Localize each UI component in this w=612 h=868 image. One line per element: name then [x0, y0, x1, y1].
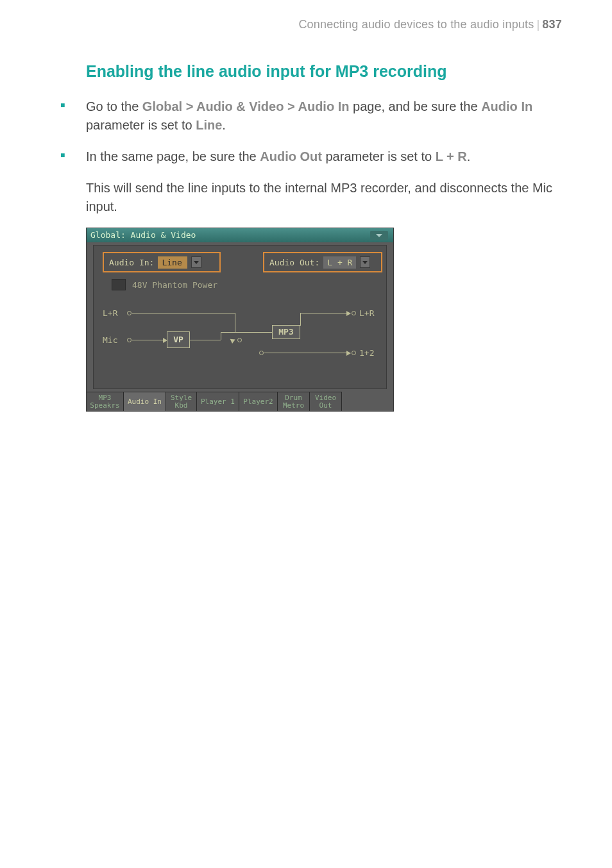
tab-label: Drum — [285, 394, 302, 402]
kw-lr: L + R — [436, 149, 467, 163]
arrowhead-icon — [230, 337, 237, 344]
text: In the same page, be sure the — [86, 149, 260, 163]
wire — [235, 313, 235, 332]
header-section: Connecting audio devices to the audio in… — [298, 18, 534, 31]
routing-diagram: L+R Mic VP MP3 — [103, 305, 377, 382]
tab-label: Style — [171, 394, 192, 402]
tab-sublabel: Speakrs — [90, 402, 119, 410]
tab-sublabel: Metro — [283, 402, 304, 410]
src-label-lplusr: L+R — [103, 308, 117, 318]
kw-path: Global > Audio & Video > Audio In — [142, 99, 350, 113]
port-icon — [259, 351, 264, 355]
page-number: 837 — [542, 18, 562, 31]
device-tab[interactable]: MP3Speakrs — [87, 392, 124, 411]
tab-label: Player2 — [243, 398, 273, 406]
tab-sublabel: Out — [319, 402, 332, 410]
audio-in-value[interactable]: Line — [158, 256, 187, 269]
device-tab[interactable]: StyleKbd — [166, 392, 197, 411]
port-icon — [237, 338, 242, 342]
device-tab[interactable]: Audio In — [124, 392, 166, 411]
text: Go to the — [86, 99, 142, 113]
instruction-item-2: In the same page, be sure the Audio Out … — [50, 147, 562, 166]
tab-sublabel: Kbd — [175, 402, 188, 410]
arrowhead-icon — [346, 311, 351, 316]
device-titlebar: Global: Audio & Video — [87, 228, 393, 242]
titlebar-menu-icon[interactable] — [370, 231, 388, 240]
tab-label: Audio In — [128, 398, 162, 406]
device-tabs: MP3SpeakrsAudio InStyleKbdPlayer 1Player… — [87, 392, 393, 411]
kw-audio-in: Audio In — [481, 99, 532, 113]
device-title: Global: Audio & Video — [90, 230, 196, 240]
mp3-box: MP3 — [272, 325, 300, 339]
text: . — [222, 118, 226, 132]
header-sep: | — [534, 18, 542, 31]
wire — [221, 332, 221, 340]
vp-box: VP — [167, 331, 190, 348]
src-label-mic: Mic — [103, 335, 117, 345]
port-icon — [127, 311, 132, 315]
wire — [132, 340, 163, 340]
audio-out-dropdown-icon[interactable] — [360, 256, 370, 268]
audio-in-label: Audio In: — [109, 258, 154, 267]
kw-audio-out: Audio Out — [260, 149, 322, 163]
port-icon — [127, 338, 132, 342]
port-icon — [352, 351, 356, 355]
out-label-12: 1+2 — [359, 348, 374, 358]
audio-out-label: Audio Out: — [269, 258, 319, 267]
device-tab[interactable]: DrumMetro — [278, 392, 310, 411]
text: page, and be sure the — [349, 99, 481, 113]
text: . — [467, 149, 471, 163]
audio-out-value[interactable]: L + R — [323, 256, 356, 269]
device-tab[interactable]: VideoOut — [310, 392, 342, 411]
wire — [190, 340, 221, 340]
tab-label: MP3 — [99, 394, 112, 402]
wire — [300, 313, 349, 313]
audio-out-field: Audio Out: L + R — [263, 252, 382, 272]
device-screenshot: Global: Audio & Video Audio In: Line Aud… — [86, 228, 394, 412]
phantom-label: 48V Phantom Power — [132, 280, 217, 290]
wire — [264, 353, 349, 353]
port-icon — [352, 311, 356, 315]
arrowhead-icon — [346, 351, 351, 356]
text: parameter is set to — [86, 118, 196, 132]
running-header: Connecting audio devices to the audio in… — [50, 18, 562, 31]
tab-label: Video — [315, 394, 336, 402]
followup-text: This will send the line inputs to the in… — [86, 179, 562, 216]
instruction-item-1: Go to the Global > Audio & Video > Audio… — [50, 97, 562, 135]
wire — [221, 332, 272, 333]
phantom-power-row: 48V Phantom Power — [112, 279, 217, 290]
page-root: Connecting audio devices to the audio in… — [0, 0, 612, 868]
section-heading: Enabling the line audio input for MP3 re… — [86, 62, 562, 81]
device-panel: Audio In: Line Audio Out: L + R 48V Phan… — [93, 245, 387, 389]
instruction-list: Go to the Global > Audio & Video > Audio… — [50, 97, 562, 166]
phantom-checkbox[interactable] — [112, 279, 126, 290]
kw-line: Line — [196, 118, 222, 132]
out-label-lplusr: L+R — [359, 308, 374, 318]
wire — [132, 313, 235, 313]
wire — [300, 313, 301, 326]
text: parameter is set to — [322, 149, 436, 163]
tab-label: Player 1 — [201, 398, 235, 406]
audio-in-field: Audio In: Line — [103, 252, 221, 272]
device-tab[interactable]: Player2 — [239, 392, 278, 411]
device-tab[interactable]: Player 1 — [197, 392, 239, 411]
audio-in-dropdown-icon[interactable] — [191, 256, 201, 268]
